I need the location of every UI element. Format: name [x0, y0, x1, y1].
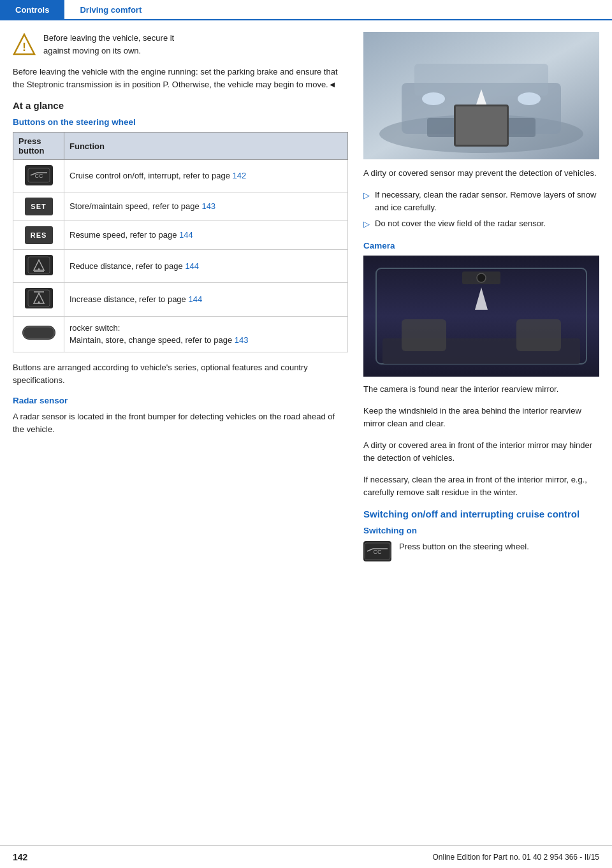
bullet-text-1: If necessary, clean the radar sensor. Re… — [375, 189, 599, 213]
warning-line2: against moving on its own. — [43, 46, 141, 55]
table-cell-cruise-function: Cruise control on/off, interrupt, refer … — [64, 160, 348, 192]
switching-cruise-icon: CC — [363, 541, 391, 561]
res-icon: RES — [25, 226, 53, 244]
footer-right-text: Online Edition for Part no. 01 40 2 954 … — [432, 853, 599, 862]
camera-body4: If necessary, clean the area in front of… — [363, 474, 599, 499]
svg-point-27 — [477, 273, 486, 282]
btn-cell-dist-increase: ▲ — [13, 283, 64, 317]
switching-on-text: Press button on the steering wheel. — [399, 540, 529, 553]
btn-cell-set: SET — [13, 192, 64, 221]
svg-text:CC: CC — [34, 173, 43, 179]
radar-right-text: A dirty or covered sensor may prevent th… — [363, 167, 599, 180]
table-cell-dist-reduce-function: Reduce distance, refer to page 144 — [64, 249, 348, 283]
camera-image — [363, 256, 599, 377]
table-cell-dist-increase-function: Increase distance, refer to page 144 — [64, 283, 348, 317]
svg-text:!: ! — [22, 41, 26, 54]
page-link-143b[interactable]: 143 — [235, 335, 249, 345]
page-body: ! Before leaving the vehicle, secure it … — [0, 20, 612, 588]
right-column: A dirty or covered sensor may prevent th… — [363, 32, 599, 562]
svg-rect-19 — [427, 118, 536, 137]
dist-increase-icon: ▲ — [25, 288, 53, 308]
dist-reduce-icon: ▲ — [25, 255, 53, 275]
svg-rect-30 — [516, 319, 561, 351]
svg-rect-20 — [465, 124, 497, 132]
camera-heading: Camera — [363, 241, 599, 250]
radar-sensor-body: A radar sensor is located in the front b… — [13, 410, 348, 436]
switching-on-row: CC Press button on the steering wheel. — [363, 540, 599, 562]
warning-icon: ! — [13, 33, 36, 56]
page-link-144c[interactable]: 144 — [188, 294, 202, 304]
bullet-item-1: ▷ If necessary, clean the radar sensor. … — [363, 189, 599, 213]
bullet-arrow-icon-2: ▷ — [363, 218, 370, 231]
table-footer-text: Buttons are arranged according to vehicl… — [13, 361, 348, 387]
table-cell-rocker-function: rocker switch: Maintain, store, change s… — [64, 316, 348, 352]
page-link-142a[interactable]: 142 — [233, 171, 247, 180]
svg-text:CC: CC — [374, 549, 382, 555]
buttons-heading: Buttons on the steering wheel — [13, 117, 348, 127]
radar-sensor-heading: Radar sensor — [13, 396, 348, 405]
svg-text:▲: ▲ — [36, 300, 41, 304]
svg-rect-14 — [24, 327, 54, 338]
svg-text:▲: ▲ — [36, 266, 41, 271]
page-footer: 142 Online Edition for Part no. 01 40 2 … — [0, 845, 612, 868]
at-a-glance-heading: At a glance — [13, 100, 348, 111]
left-column: ! Before leaving the vehicle, secure it … — [13, 32, 348, 562]
switching-heading: Switching on/off and interrupting cruise… — [363, 509, 599, 519]
bullet-arrow-icon-1: ▷ — [363, 189, 370, 213]
page-link-143a[interactable]: 143 — [201, 201, 215, 211]
tab-driving-comfort-label: Driving comfort — [80, 5, 142, 15]
camera-body3: A dirty or covered area in front of the … — [363, 439, 599, 465]
camera-body1: The camera is found near the interior re… — [363, 383, 599, 396]
warning-text: Before leaving the vehicle, secure it ag… — [43, 32, 174, 57]
warning-box: ! Before leaving the vehicle, secure it … — [13, 32, 348, 57]
bullet-item-2: ▷ Do not cover the view field of the rad… — [363, 217, 599, 231]
warning-line1: Before leaving the vehicle, secure it — [43, 33, 174, 43]
table-header-function: Function — [64, 133, 348, 160]
btn-cell-res: RES — [13, 221, 64, 249]
table-row: ▲ Reduce distance, refer to page 144 — [13, 249, 348, 283]
btn-cell-rocker — [13, 316, 64, 352]
page-link-144b[interactable]: 144 — [185, 261, 199, 271]
page-link-144a[interactable]: 144 — [179, 230, 193, 240]
camera-body2: Keep the windshield in the area behind t… — [363, 405, 599, 430]
table-cell-set-function: Store/maintain speed, refer to page 143 — [64, 192, 348, 221]
buttons-table: Press button Function CC — [13, 132, 348, 352]
table-row: SET Store/maintain speed, refer to page … — [13, 192, 348, 221]
table-row: RES Resume speed, refer to page 144 — [13, 221, 348, 249]
svg-point-22 — [422, 92, 445, 105]
btn-cell-dist-reduce: ▲ — [13, 249, 64, 283]
table-row: rocker switch: Maintain, store, change s… — [13, 316, 348, 352]
set-icon: SET — [25, 198, 53, 215]
btn-cell-cruise: CC — [13, 160, 64, 192]
table-header-button: Press button — [13, 133, 64, 160]
page-header: Controls Driving comfort — [0, 0, 612, 20]
car-front-image — [363, 32, 599, 159]
switching-on-heading: Switching on — [363, 526, 599, 535]
table-row: ▲ Increase distance, refer to page 144 — [13, 283, 348, 317]
tab-controls[interactable]: Controls — [0, 0, 64, 19]
rocker-icon — [22, 326, 55, 340]
tab-driving-comfort[interactable]: Driving comfort — [64, 0, 157, 19]
table-cell-res-function: Resume speed, refer to page 144 — [64, 221, 348, 249]
bullet-text-2: Do not cover the view field of the radar… — [375, 217, 546, 231]
intro-text: Before leaving the vehicle with the engi… — [13, 66, 348, 91]
cruise-icon: CC — [25, 165, 53, 185]
table-row: CC Cruise control on/off, interrupt, ref… — [13, 160, 348, 192]
tab-controls-label: Controls — [15, 5, 49, 15]
svg-rect-29 — [402, 319, 446, 351]
svg-point-23 — [518, 92, 541, 105]
footer-page-number: 142 — [13, 852, 27, 862]
